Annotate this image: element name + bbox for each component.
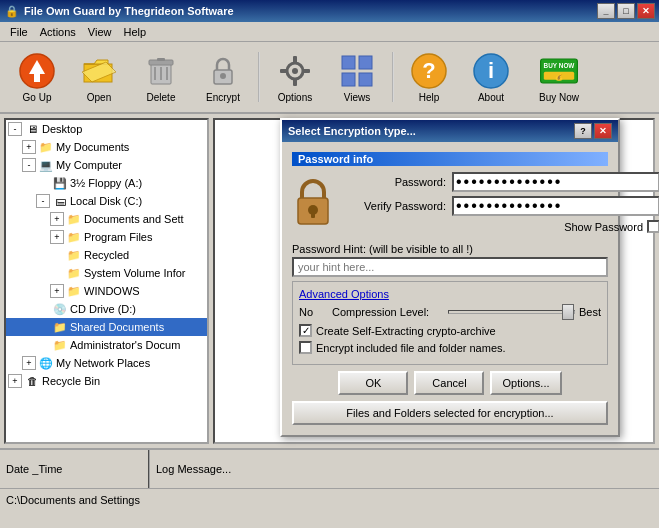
dialog-help-button[interactable]: ? — [574, 123, 592, 139]
dialog-title-bar: Select Encryption type... ? ✕ — [282, 120, 618, 142]
tree-item-docsset[interactable]: + 📁 Documents and Sett — [6, 210, 207, 228]
checkbox-selfextract[interactable] — [299, 324, 312, 337]
tree-label-mycomputer: My Computer — [56, 159, 122, 171]
encrypt-button[interactable]: Encrypt — [194, 46, 252, 108]
tree-expand-windows[interactable]: + — [50, 284, 64, 298]
tree-item-recycled[interactable]: 📁 Recycled — [6, 246, 207, 264]
about-button[interactable]: i About — [462, 46, 520, 108]
encrypt-icon — [203, 51, 243, 90]
tree-item-mycomputer[interactable]: - 💻 My Computer — [6, 156, 207, 174]
toolbar-sep-2 — [392, 52, 394, 102]
tree-label-desktop: Desktop — [42, 123, 82, 135]
checkbox-selfextract-row: Create Self-Extracting crypto-archive — [299, 324, 601, 337]
tree-expand-mydocs[interactable]: + — [22, 140, 36, 154]
path-bar: C:\Documents and Settings — [0, 488, 659, 510]
svg-point-13 — [220, 73, 226, 79]
dialog-title-text: Select Encryption type... — [288, 125, 574, 137]
status-datetime: Date _Time — [0, 450, 150, 488]
open-button[interactable]: Open — [70, 46, 128, 108]
minimize-button[interactable]: _ — [597, 3, 615, 19]
menu-view[interactable]: View — [82, 24, 118, 40]
tree-expand-docsset[interactable]: + — [50, 212, 64, 226]
network-icon: 🌐 — [38, 355, 54, 371]
views-icon — [337, 51, 377, 90]
tree-label-windows: WINDOWS — [84, 285, 140, 297]
compression-level-label: Compression Level: — [317, 306, 444, 318]
advanced-options-toggle[interactable]: Advanced Options — [299, 288, 601, 300]
menu-help[interactable]: Help — [117, 24, 152, 40]
go-up-icon — [17, 51, 57, 90]
dialog-close-button[interactable]: ✕ — [594, 123, 612, 139]
tree-item-shareddocs[interactable]: 📁 Shared Documents — [6, 318, 207, 336]
options-icon — [275, 51, 315, 90]
show-password-checkbox[interactable] — [647, 220, 659, 233]
tree-item-progfiles[interactable]: + 📁 Program Files — [6, 228, 207, 246]
folder-sysvol-icon: 📁 — [66, 265, 82, 281]
desktop-icon: 🖥 — [24, 121, 40, 137]
options-button[interactable]: Options — [266, 46, 324, 108]
tree-item-network[interactable]: + 🌐 My Network Places — [6, 354, 207, 372]
password-row: Password: — [342, 172, 659, 192]
tree-expand-desktop[interactable]: - — [8, 122, 22, 136]
ok-button[interactable]: OK — [338, 371, 408, 395]
folder-shareddocs-icon: 📁 — [52, 319, 68, 335]
svg-rect-17 — [293, 79, 297, 86]
encryption-dialog: Select Encryption type... ? ✕ Password i… — [280, 118, 620, 437]
dialog-title-buttons: ? ✕ — [574, 123, 612, 139]
open-label: Open — [87, 92, 111, 103]
tree-item-floppy[interactable]: 💾 3½ Floppy (A:) — [6, 174, 207, 192]
dialog-options-button[interactable]: Options... — [490, 371, 561, 395]
password-label: Password: — [342, 176, 452, 188]
checkbox-encryptnames[interactable] — [299, 341, 312, 354]
window-title: File Own Guard by Thegrideon Software — [24, 5, 597, 17]
about-label: About — [478, 92, 504, 103]
views-label: Views — [344, 92, 371, 103]
status-logmessage: Log Message... — [150, 450, 659, 488]
tree-item-windows[interactable]: + 📁 WINDOWS — [6, 282, 207, 300]
close-button[interactable]: ✕ — [637, 3, 655, 19]
drive-c-icon: 🖴 — [52, 193, 68, 209]
computer-icon: 💻 — [38, 157, 54, 173]
app-icon: 🔒 — [4, 3, 20, 19]
tree-expand-mycomputer[interactable]: - — [22, 158, 36, 172]
svg-rect-16 — [293, 56, 297, 63]
compression-slider-thumb[interactable] — [562, 304, 574, 320]
tree-item-sysvol[interactable]: 📁 System Volume Infor — [6, 264, 207, 282]
tree-expand-network[interactable]: + — [22, 356, 36, 370]
files-folders-button[interactable]: Files and Folders selected for encryptio… — [292, 401, 608, 425]
go-up-label: Go Up — [23, 92, 52, 103]
tree-item-mydocs[interactable]: + 📁 My Documents — [6, 138, 207, 156]
tree-item-admindocs[interactable]: 📁 Administrator's Docum — [6, 336, 207, 354]
compression-slider-track[interactable] — [448, 310, 575, 314]
menu-file[interactable]: File — [4, 24, 34, 40]
tree-item-cdd[interactable]: 💿 CD Drive (D:) — [6, 300, 207, 318]
tree-expand-localc[interactable]: - — [36, 194, 50, 208]
password-input[interactable] — [452, 172, 659, 192]
views-button[interactable]: Views — [328, 46, 386, 108]
verify-input[interactable] — [452, 196, 659, 216]
about-icon: i — [471, 51, 511, 90]
hint-input[interactable] — [292, 257, 608, 277]
maximize-button[interactable]: □ — [617, 3, 635, 19]
delete-button[interactable]: Delete — [132, 46, 190, 108]
tree-item-localc[interactable]: - 🖴 Local Disk (C:) — [6, 192, 207, 210]
help-button[interactable]: ? Help — [400, 46, 458, 108]
toolbar-sep-1 — [258, 52, 260, 102]
tree-item-desktop[interactable]: - 🖥 Desktop — [6, 120, 207, 138]
menu-actions[interactable]: Actions — [34, 24, 82, 40]
cancel-button[interactable]: Cancel — [414, 371, 484, 395]
folder-docsset-icon: 📁 — [66, 211, 82, 227]
tree-panel: - 🖥 Desktop + 📁 My Documents - 💻 My Comp… — [4, 118, 209, 444]
tree-expand-recyclebin[interactable]: + — [8, 374, 22, 388]
tree-expand-progfiles[interactable]: + — [50, 230, 64, 244]
tree-label-sysvol: System Volume Infor — [84, 267, 186, 279]
current-path: C:\Documents and Settings — [6, 494, 140, 506]
buy-now-button[interactable]: BUY NOW 💰 Buy Now — [524, 46, 594, 108]
help-label: Help — [419, 92, 440, 103]
go-up-button[interactable]: Go Up — [8, 46, 66, 108]
dialog-body: Password info Password: — [282, 142, 618, 435]
hint-row: Password Hint: (will be visible to all !… — [292, 243, 608, 277]
folder-windows-icon: 📁 — [66, 283, 82, 299]
tree-item-recyclebin[interactable]: + 🗑 Recycle Bin — [6, 372, 207, 390]
tree-label-cdd: CD Drive (D:) — [70, 303, 136, 315]
